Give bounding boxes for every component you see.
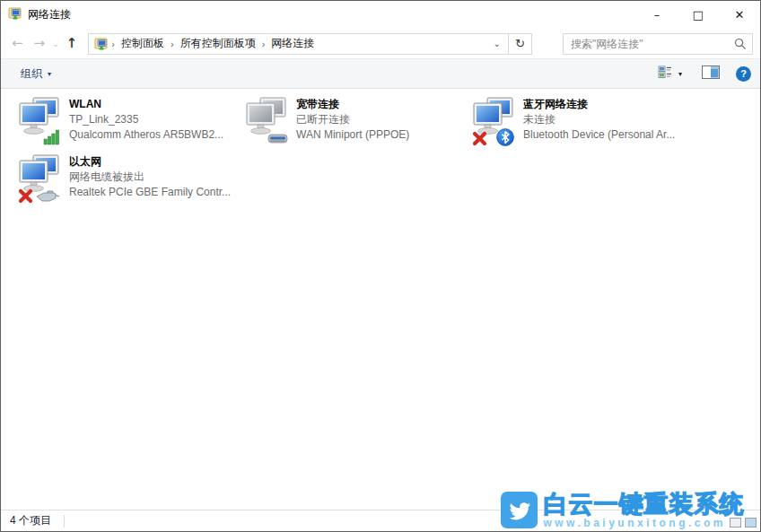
titlebar: 网络连接 – □ ✕ <box>1 1 760 29</box>
chevron-down-icon: ▾ <box>48 70 51 78</box>
preview-pane-icon <box>702 65 720 83</box>
search-box[interactable] <box>563 33 753 55</box>
connection-status: TP_Link_2335 <box>69 112 223 127</box>
connection-status: 未连接 <box>523 112 675 127</box>
status-bar: 4 个项目 <box>1 510 760 531</box>
ethernet-plug-icon <box>37 191 59 201</box>
address-location-icon <box>92 37 110 51</box>
search-icon[interactable] <box>734 38 747 50</box>
command-bar: 组织 ▾ ▾ <box>1 59 760 89</box>
network-connections-window: 网络连接 – □ ✕ ← → ⌄ ↑ <box>0 0 761 532</box>
window-title: 网络连接 <box>28 7 71 22</box>
address-dropdown-icon[interactable]: ⌄ <box>486 39 508 48</box>
connection-ethernet[interactable]: 以太网 网络电缆被拔出 Realtek PCIe GBE Family Cont… <box>15 152 242 207</box>
wlan-connection-icon <box>17 96 62 146</box>
maximize-button[interactable]: □ <box>678 1 719 29</box>
connections-list: WLAN TP_Link_2335 Qualcomm Atheros AR5BW… <box>1 89 760 510</box>
connection-bluetooth[interactable]: 蓝牙网络连接 未连接 Bluetooth Device (Personal Ar… <box>469 94 696 150</box>
connection-device: Realtek PCIe GBE Family Contr... <box>69 185 231 200</box>
connection-device: Qualcomm Atheros AR5BWB2... <box>69 127 223 143</box>
signal-bars-icon <box>44 130 59 144</box>
change-view-button[interactable]: ▾ <box>654 63 686 85</box>
history-chevron-icon[interactable]: ⌄ <box>50 36 61 52</box>
address-bar[interactable]: › 控制面板 › 所有控制面板项 › 网络连接 ⌄ ↻ <box>88 33 532 55</box>
broadband-connection-icon <box>244 96 289 146</box>
help-button[interactable]: ? <box>736 66 751 82</box>
close-icon: ✕ <box>735 8 745 22</box>
preview-pane-button[interactable] <box>698 63 723 85</box>
connection-device: WAN Miniport (PPPOE) <box>296 127 409 143</box>
item-count-label: 4 个项目 <box>10 513 51 528</box>
network-connections-app-icon <box>8 6 22 23</box>
connection-name: 宽带连接 <box>296 97 409 112</box>
connection-status: 已断开连接 <box>296 112 409 127</box>
connection-name: 蓝牙网络连接 <box>523 97 675 112</box>
search-input[interactable] <box>571 38 734 50</box>
connection-wlan[interactable]: WLAN TP_Link_2335 Qualcomm Atheros AR5BW… <box>15 94 242 150</box>
back-icon[interactable]: ← <box>6 33 29 54</box>
maximize-icon: □ <box>693 8 704 22</box>
modem-icon <box>268 135 287 143</box>
connection-broadband[interactable]: 宽带连接 已断开连接 WAN Miniport (PPPOE) <box>242 94 469 150</box>
connection-device: Bluetooth Device (Personal Ar... <box>523 127 675 143</box>
up-icon[interactable]: ↑ <box>61 33 83 54</box>
connection-name: WLAN <box>69 97 223 112</box>
chevron-down-icon: ▾ <box>678 70 682 78</box>
error-x-icon <box>21 191 31 201</box>
minimize-button[interactable]: – <box>636 1 678 29</box>
bluetooth-icon <box>497 129 514 146</box>
refresh-button[interactable]: ↻ <box>508 34 531 54</box>
forward-icon[interactable]: → <box>29 33 51 54</box>
breadcrumb-all-control-panel-items[interactable]: 所有控制面板项 <box>175 36 261 51</box>
connection-status: 网络电缆被拔出 <box>69 170 231 185</box>
help-icon: ? <box>740 68 747 79</box>
error-x-icon <box>475 134 485 144</box>
organize-label: 组织 <box>21 66 42 82</box>
bluetooth-connection-icon <box>471 96 516 146</box>
statusbar-divider <box>64 515 65 528</box>
organize-button[interactable]: 组织 ▾ <box>13 63 58 85</box>
view-options-icon <box>658 65 674 83</box>
refresh-icon: ↻ <box>515 37 525 50</box>
navigation-bar: ← → ⌄ ↑ › 控制面板 › 所有控制面板项 › <box>1 29 760 59</box>
ethernet-connection-icon <box>17 153 62 204</box>
connection-name: 以太网 <box>69 154 231 170</box>
close-button[interactable]: ✕ <box>719 1 760 29</box>
breadcrumb-network-connections[interactable]: 网络连接 <box>266 36 319 51</box>
minimize-icon: – <box>654 8 660 22</box>
breadcrumb-control-panel[interactable]: 控制面板 <box>116 36 170 51</box>
